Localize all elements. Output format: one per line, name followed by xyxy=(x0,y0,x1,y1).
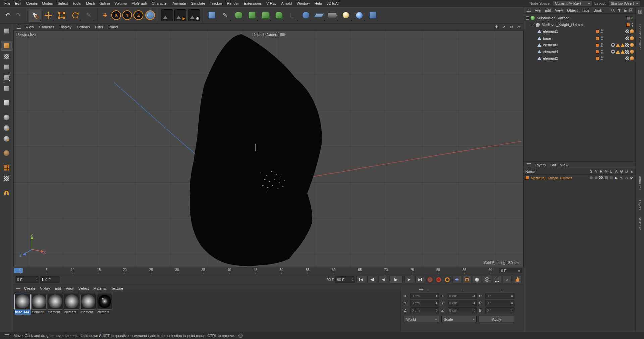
spinner-icon[interactable] xyxy=(473,301,475,306)
material-item[interactable]: base_MA xyxy=(15,294,31,315)
paint-tool-button[interactable] xyxy=(1,148,12,158)
viewport-menu-item[interactable]: Options xyxy=(74,24,92,30)
menubar-item[interactable]: Window xyxy=(294,0,312,6)
tag-icon[interactable] xyxy=(611,50,615,54)
menubar-item[interactable]: Modes xyxy=(40,0,55,6)
menubar-item[interactable]: Edit xyxy=(13,0,24,6)
mograph-menu[interactable] xyxy=(259,9,272,22)
size-field[interactable]: 0 cm xyxy=(448,293,477,299)
panel-menu-icon[interactable] xyxy=(16,287,20,290)
current-frame-field[interactable]: 0 F xyxy=(40,276,60,283)
spline-pen-menu[interactable]: ✎ xyxy=(219,9,231,22)
viewport-solo-hierarchy-button[interactable] xyxy=(1,134,12,144)
rotation-field[interactable]: 0 ° xyxy=(485,293,514,299)
tag-icon[interactable] xyxy=(625,29,629,33)
layout-select[interactable]: Startup (User) xyxy=(608,1,641,6)
menubar-item[interactable]: Simulate xyxy=(189,0,208,6)
menubar-item[interactable]: Select xyxy=(55,0,70,6)
layer-chip[interactable] xyxy=(596,37,599,40)
material-menu-item[interactable]: Edit xyxy=(52,285,63,291)
layer-chip[interactable] xyxy=(596,30,599,33)
spinner-icon[interactable] xyxy=(511,294,513,298)
menubar-item[interactable]: Volume xyxy=(112,0,129,6)
keyframe-selection-button[interactable] xyxy=(444,276,451,283)
menubar-item[interactable]: Animate xyxy=(170,0,188,6)
tab-attributes[interactable]: Attributes xyxy=(636,175,644,191)
redo-icon[interactable]: ↷ xyxy=(13,9,23,22)
position-field[interactable]: 0 cm xyxy=(410,293,439,299)
camera-menu[interactable] xyxy=(326,9,339,22)
viewport-menu-item[interactable]: Display xyxy=(57,24,74,30)
visibility-dots-icon[interactable] xyxy=(601,43,603,47)
record-scale-toggle[interactable] xyxy=(463,276,471,283)
autokey-button[interactable] xyxy=(435,276,442,283)
viewport-menu-item[interactable]: Cameras xyxy=(37,24,57,30)
expand-toggle-icon[interactable] xyxy=(531,23,534,26)
object-manager-menu-item[interactable]: Object xyxy=(565,8,580,13)
material-menu-item[interactable]: Material xyxy=(91,285,109,291)
polygons-mode-button[interactable] xyxy=(1,98,12,108)
view-label[interactable]: Perspective xyxy=(16,32,36,37)
menubar-item[interactable]: Character xyxy=(149,0,170,6)
search-icon[interactable] xyxy=(611,8,615,12)
tag-icon[interactable] xyxy=(611,43,615,47)
object-row[interactable]: element1 xyxy=(524,28,635,35)
viewport-solo-off-button[interactable] xyxy=(1,112,12,122)
material-item[interactable]: element xyxy=(48,294,63,315)
visibility-dots-icon[interactable] xyxy=(601,56,603,60)
object-manager-menu-item[interactable]: View xyxy=(553,8,565,13)
tag-icon[interactable] xyxy=(625,50,629,54)
object-manager-menu-item[interactable]: Edit xyxy=(543,8,553,13)
spinner-icon[interactable] xyxy=(436,308,438,313)
coordinate-space-select[interactable]: World xyxy=(404,316,439,322)
record-position-toggle[interactable]: ✚ xyxy=(452,276,461,283)
edges-mode-button[interactable] xyxy=(1,83,12,93)
record-keyframe-button[interactable] xyxy=(426,276,434,283)
timeline-window-button[interactable] xyxy=(513,276,522,283)
spinner-icon[interactable] xyxy=(511,308,513,313)
material-menu-item[interactable]: V-Ray xyxy=(38,285,52,291)
axis-lock-button[interactable]: X xyxy=(111,10,121,20)
spinner-icon[interactable] xyxy=(351,277,353,282)
tag-icon[interactable] xyxy=(621,43,625,47)
visibility-dots-icon[interactable] xyxy=(601,36,603,40)
play-button[interactable]: ▶ xyxy=(389,276,403,283)
material-item[interactable]: element xyxy=(31,294,47,315)
expand-toggle-icon[interactable] xyxy=(526,16,529,20)
ruler-frame-field[interactable]: 0 F xyxy=(499,268,522,273)
scale-tool[interactable] xyxy=(55,9,68,22)
goto-start-button[interactable]: ◀ xyxy=(356,276,366,283)
model-mode-button[interactable] xyxy=(1,41,12,51)
object-row[interactable]: element2 xyxy=(524,55,635,62)
node-space-select[interactable]: Current (V-Ray) xyxy=(553,1,592,6)
deformers-menu[interactable] xyxy=(299,9,312,22)
object-row[interactable]: Subdivision Surface ✓ xyxy=(524,15,635,21)
tag-icon[interactable] xyxy=(630,50,634,54)
object-manager-menu-item[interactable]: Book xyxy=(591,8,604,13)
material-menu-item[interactable]: View xyxy=(63,285,76,291)
make-editable-button[interactable] xyxy=(1,26,12,36)
live-selection-tool[interactable] xyxy=(29,9,41,22)
layer-manager-toggle[interactable] xyxy=(604,176,609,180)
light-menu[interactable] xyxy=(339,9,352,22)
render-settings-button[interactable]: ⚙ xyxy=(187,9,200,22)
visibility-dots-icon[interactable] xyxy=(632,23,633,27)
layer-chip[interactable] xyxy=(596,50,599,54)
material-thumbnail[interactable] xyxy=(48,294,63,310)
timeline-ruler[interactable]: 051015202530354045505560657075808590 0 F xyxy=(13,267,524,274)
tag-icon[interactable] xyxy=(630,29,634,33)
rotate-view-icon[interactable]: ↻ xyxy=(508,24,514,30)
spinner-icon[interactable] xyxy=(473,308,475,313)
points-mode-button[interactable] xyxy=(1,73,12,83)
layers-menu-item[interactable]: View xyxy=(558,162,570,168)
layer-deformers-toggle[interactable]: ◇ xyxy=(624,176,629,180)
snap-grid-button[interactable] xyxy=(1,162,12,173)
rotate-tool[interactable] xyxy=(69,9,82,22)
status-menu-icon[interactable] xyxy=(5,334,9,337)
material-item[interactable]: element xyxy=(80,294,96,315)
menubar-item[interactable]: Extensions xyxy=(241,0,264,6)
position-field[interactable]: 0 cm xyxy=(410,307,439,313)
menubar-item[interactable]: File xyxy=(2,0,13,6)
panel-menu-icon[interactable] xyxy=(527,163,531,166)
rotation-field[interactable]: 0 ° xyxy=(485,307,514,313)
